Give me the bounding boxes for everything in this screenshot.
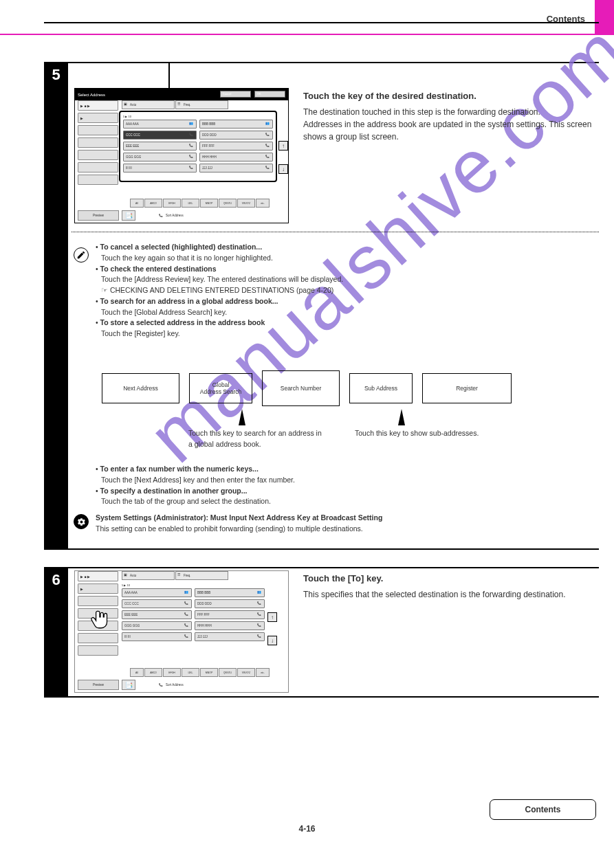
preview-button[interactable]: Preview [78, 680, 119, 690]
index-tab[interactable]: MNOP [200, 199, 218, 208]
index-tab[interactable]: etc. [256, 199, 270, 208]
ok-button[interactable]: OK [254, 91, 285, 98]
mode-to-target[interactable] [78, 596, 118, 606]
page-number: 4-16 [0, 824, 614, 834]
step5-number: 5 [44, 62, 68, 84]
address-entry[interactable]: AAA AAA👥 [122, 588, 192, 597]
index-tab[interactable]: IJKL [182, 199, 199, 208]
index-tab[interactable]: All [130, 199, 144, 208]
index-tab[interactable]: QRSTU [219, 668, 237, 677]
address-entry[interactable]: DDD DDD📞 [195, 599, 265, 608]
left-mode-column: ▶ ■ ▶ ▶ [78, 100, 118, 187]
tab-auto[interactable]: ▣Auto [122, 100, 175, 109]
header-rule [44, 22, 599, 23]
mode-blank4[interactable] [78, 175, 118, 185]
phone-icon: 📞 [184, 601, 190, 607]
index-tab[interactable]: ABCD [144, 199, 162, 208]
address-entry[interactable]: HHH HHH📞 [199, 153, 273, 162]
step5-title: Touch the key of the desired destination… [303, 89, 599, 103]
pencil-icon [76, 250, 86, 260]
address-entry[interactable]: EEE EEE📞 [122, 610, 192, 619]
index-tab[interactable]: VWXYZ [237, 199, 255, 208]
mode-cc[interactable]: ▶ [78, 113, 118, 123]
footer-contents-button[interactable]: Contents [490, 799, 596, 820]
mode-to[interactable]: ▶ ■ ▶ [78, 100, 118, 111]
index-tab[interactable]: etc. [256, 668, 270, 677]
sort-hint: Sort Address [166, 214, 184, 217]
mode-blank3[interactable] [78, 162, 118, 173]
index-tab[interactable]: All [130, 668, 144, 677]
address-entry[interactable]: JJJ JJJ📞 [199, 164, 273, 173]
phone-icon: 📞 [265, 166, 271, 171]
address-entry[interactable]: BBB BBB👥 [199, 120, 273, 129]
mode-blank1[interactable] [78, 137, 118, 148]
mode-blank2[interactable] [78, 150, 118, 160]
step5-text: Touch the key of the desired destination… [303, 89, 599, 143]
mode-cc[interactable]: ▶ [78, 583, 118, 594]
step5-body1: The destination touched in this step is … [303, 106, 599, 118]
index-tab[interactable]: MNOP [200, 668, 218, 677]
mode-blank4[interactable] [78, 645, 118, 656]
note1-title: To cancel a selected (highlighted) desti… [100, 243, 263, 251]
address-entry[interactable]: III III📞 [123, 164, 197, 173]
address-list: 5 ▶ 10 AAA AAA👥BBB BBB👥 CCC CCC📞DDD DDD📞… [122, 583, 265, 655]
softkey-next[interactable]: Next Address [102, 373, 179, 403]
tab-freq[interactable]: ☰Freq. [175, 571, 228, 580]
index-tab[interactable]: ABCD [144, 668, 162, 677]
range-label: 5 ▶ 10 [123, 115, 273, 118]
address-entry[interactable]: GGG GGG📞 [122, 621, 192, 630]
options-button[interactable]: 📑 [122, 210, 135, 221]
group-icon: 👥 [184, 590, 190, 596]
phone-icon: 📞 [189, 144, 195, 149]
scroll-up-button[interactable]: ↑ [278, 141, 288, 151]
note3-body: Touch the [Global Address Search] key. [96, 307, 599, 318]
address-entry[interactable]: HHH HHH📞 [195, 621, 265, 630]
index-tab[interactable]: VWXYZ [237, 668, 255, 677]
arrow-up-1 [239, 409, 245, 425]
address-entry[interactable]: III III📞 [122, 632, 192, 641]
pencil-note-icon [74, 247, 89, 263]
header-title: Contents [547, 14, 585, 24]
phone-icon: 📞 [189, 133, 195, 138]
scroll-down-button[interactable]: ↓ [278, 164, 288, 174]
mode-bcc[interactable] [78, 125, 118, 135]
note4-body: Touch the [Register] key. [96, 329, 599, 340]
phone-icon: 📞 [265, 133, 271, 138]
softkey-sub-addr[interactable]: Sub Address [349, 373, 413, 403]
note2-body2: ☞ CHECKING AND DELETING ENTERED DESTINAT… [96, 285, 599, 296]
address-entry[interactable]: CCC CCC📞 [122, 599, 192, 608]
options-button[interactable]: 📑 [122, 680, 135, 690]
phone-icon: 📞 [189, 155, 195, 160]
phone-icon: 📞 [184, 634, 190, 640]
address-entry[interactable]: AAA AAA👥 [123, 120, 197, 129]
mode-blank3[interactable] [78, 633, 118, 643]
address-entry[interactable]: GGG GGG📞 [123, 153, 197, 162]
tab-auto[interactable]: ▣Auto [122, 571, 175, 580]
cancel-button[interactable]: Cancel [220, 91, 251, 98]
address-entry[interactable]: FFF FFF📞 [195, 610, 265, 619]
tab-bar: ▣Auto ☰Freq. [122, 571, 228, 580]
note2-body1: Touch the [Address Review] key. The ente… [96, 274, 599, 285]
index-tab[interactable]: IJKL [182, 668, 199, 677]
address-entry[interactable]: JJJ JJJ📞 [195, 632, 265, 641]
softkey-global[interactable]: Global Address Search [189, 373, 252, 403]
phone-icon: 📞 [184, 623, 190, 629]
mode-to[interactable]: ▶ ■ ▶ [78, 571, 118, 581]
index-tab[interactable]: EFGH [163, 199, 181, 208]
address-entry-selected[interactable]: CCC CCC📞 [123, 131, 197, 140]
address-entry[interactable]: FFF FFF📞 [199, 142, 273, 151]
address-entry[interactable]: EEE EEE📞 [123, 142, 197, 151]
group-icon: 👥 [265, 122, 271, 127]
range-label: 5 ▶ 10 [122, 583, 265, 587]
index-tab[interactable]: QRSTU [219, 199, 237, 208]
softkey-register[interactable]: Register [422, 373, 512, 403]
bottom-bar: Preview 📑 📞 Sort Address [78, 680, 285, 690]
address-entry[interactable]: DDD DDD📞 [199, 131, 273, 140]
preview-button[interactable]: Preview [78, 210, 119, 221]
index-tab[interactable]: EFGH [163, 668, 181, 677]
softkey-search-num[interactable]: Search Number [262, 370, 340, 406]
tab-freq[interactable]: ☰Freq. [175, 100, 228, 109]
address-entry[interactable]: BBB BBB👥 [195, 588, 265, 597]
scroll-down-button[interactable]: ↓ [267, 636, 277, 645]
scroll-up-button[interactable]: ↑ [267, 612, 277, 622]
